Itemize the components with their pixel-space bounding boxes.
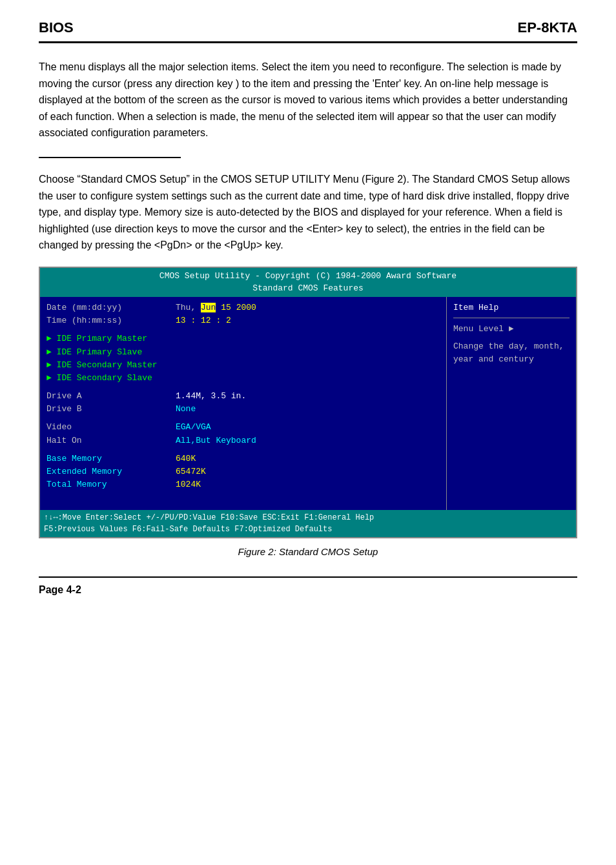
footer-line2: F5:Previous Values F6:Fail-Safe Defaults… [44,524,572,535]
bios-time-row: Time (hh:mm:ss) 13 : 12 : 2 [46,315,440,327]
bios-screenshot: CMOS Setup Utility - Copyright (C) 1984-… [39,267,577,538]
spacer4 [46,448,440,453]
extended-memory-label: Extended Memory [46,466,176,478]
footer-line1: ↑↓↔:Move Enter:Select +/-/PU/PD:Value F1… [44,512,572,524]
item-help-title: Item Help [453,302,570,314]
video-value: EGA/VGA [176,422,211,433]
drive-a-label: Drive A [46,391,176,402]
base-memory-row: Base Memory 640K [46,453,440,465]
ide-primary-master: ► IDE Primary Master [46,333,440,345]
total-memory-label: Total Memory [46,479,176,491]
page-header: BIOS EP-8KTA [39,19,577,43]
section-paragraph: Choose “Standard CMOS Setup” in the CMOS… [39,171,577,254]
spacer1 [46,328,440,333]
page-footer: Page 4-2 [39,576,577,596]
spacer3 [46,416,440,422]
header-bios-label: BIOS [39,19,74,36]
figure-caption: Figure 2: Standard CMOS Setup [39,546,577,557]
bios-footer: ↑↓↔:Move Enter:Select +/-/PU/PD:Value F1… [40,510,576,537]
bios-date-row: Date (mm:dd:yy) Thu, Jun 15 2000 [46,302,440,314]
page-number: Page 4-2 [39,584,81,595]
section-divider [39,157,181,158]
help-text: Change the day, month, year and century [453,340,570,365]
header-model-label: EP-8KTA [518,19,578,36]
extended-memory-value: 65472K [176,466,206,478]
halt-label: Halt On [46,435,176,447]
drive-b-row: Drive B None [46,403,440,415]
menu-level: Menu Level ► [453,323,570,335]
date-thu: Thu, [176,303,201,312]
extended-memory-row: Extended Memory 65472K [46,466,440,478]
ide-secondary-master: ► IDE Secondary Master [46,360,440,371]
base-memory-value: 640K [176,453,196,465]
page-container: BIOS EP-8KTA The menu displays all the m… [0,0,616,622]
halt-row: Halt On All,But Keyboard [46,435,440,447]
date-rest: 15 2000 [216,303,256,312]
time-label: Time (hh:mm:ss) [46,315,176,327]
ide-secondary-slave: ► IDE Secondary Slave [46,372,440,384]
help-divider [453,318,570,318]
bios-body: Date (mm:dd:yy) Thu, Jun 15 2000 Time (h… [40,297,576,510]
bottom-spacer [46,492,440,505]
bios-title-line1: CMOS Setup Utility - Copyright (C) 1984-… [44,270,572,283]
base-memory-label: Base Memory [46,453,176,465]
drive-b-value: None [176,403,196,415]
spacer2 [46,385,440,391]
video-row: Video EGA/VGA [46,422,440,433]
drive-a-value: 1.44M, 3.5 in. [176,391,246,402]
halt-value: All,But Keyboard [176,435,256,447]
ide-primary-slave: ► IDE Primary Slave [46,347,440,358]
bios-title-bar: CMOS Setup Utility - Copyright (C) 1984-… [40,268,576,297]
time-value: 13 : 12 : 2 [176,315,231,327]
bios-right-panel: Item Help Menu Level ► Change the day, m… [447,297,576,510]
total-memory-value: 1024K [176,479,201,491]
bios-left-panel: Date (mm:dd:yy) Thu, Jun 15 2000 Time (h… [40,297,447,510]
date-label: Date (mm:dd:yy) [46,302,176,314]
intro-paragraph: The menu displays all the major selectio… [39,59,577,141]
drive-a-row: Drive A 1.44M, 3.5 in. [46,391,440,402]
video-label: Video [46,422,176,433]
date-jun: Jun [201,303,216,312]
total-memory-row: Total Memory 1024K [46,479,440,491]
drive-b-label: Drive B [46,403,176,415]
bios-title-line2: Standard CMOS Features [44,282,572,295]
